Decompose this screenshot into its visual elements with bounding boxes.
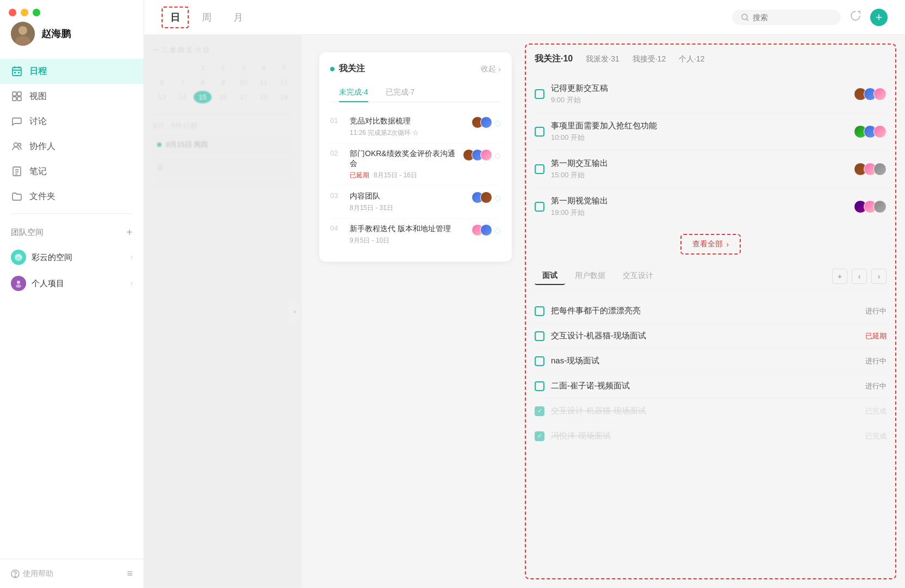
item-title-1: 部门OKR&绩效奖金评价表沟通会	[350, 149, 456, 169]
task-item-4: 交互设计-机器猫-现场面试 已完成	[535, 399, 887, 424]
watch-item-title-1: 事项里面需要加入抢红包功能	[551, 121, 847, 131]
task-checkbox-0[interactable]	[535, 306, 544, 316]
username: 赵海鹏	[41, 27, 71, 40]
focus-tab-incomplete[interactable]: 未完成·4	[330, 83, 377, 102]
task-checkbox-3[interactable]	[535, 381, 544, 391]
watch-checkbox-1[interactable]	[535, 127, 544, 137]
watch-stat-personal[interactable]: 个人·12	[679, 54, 704, 64]
maximize-button[interactable]	[33, 9, 40, 16]
watch-stats: 我关注·10 我派发·31 我接受·12 个人·12	[535, 53, 887, 65]
svg-rect-4	[14, 72, 16, 73]
refresh-icon[interactable]	[850, 10, 861, 24]
watch-stat-receive[interactable]: 我接受·12	[633, 54, 666, 64]
team-arrow-personal: ›	[131, 280, 133, 287]
help-button[interactable]: 使用帮助	[11, 569, 53, 579]
team-avatar-personal	[11, 276, 26, 291]
sidebar-item-schedule[interactable]: 日程	[0, 59, 144, 84]
item-actions-2: ◇	[472, 191, 501, 203]
watch-stat-follow[interactable]: 我关注·10	[535, 53, 573, 65]
item-title-3: 新手教程迭代 版本和地址管理	[350, 224, 465, 234]
add-project-tab-button[interactable]: +	[832, 269, 847, 284]
focus-collapse-button[interactable]: 收起 ›	[481, 64, 501, 74]
svg-point-10	[14, 143, 18, 147]
task-title-1: 交互设计-机器猫-现场面试	[551, 331, 859, 341]
task-title-0: 把每件事都干的漂漂亮亮	[551, 306, 859, 316]
item-meta-3: 9月5日 - 10日	[350, 236, 465, 245]
team-item-caiyun[interactable]: 彩云的空间 ›	[11, 244, 133, 270]
item-num-2: 03	[330, 191, 343, 200]
item-actions-1: ◇	[463, 149, 501, 161]
task-title-5: 冯悦洋-现场面试	[551, 431, 859, 441]
task-status-1: 已延期	[865, 331, 887, 341]
task-checkbox-1[interactable]	[535, 331, 544, 341]
sidebar-item-view[interactable]: 视图	[0, 84, 144, 109]
task-status-2: 进行中	[865, 356, 887, 366]
sidebar-item-discuss[interactable]: 讨论	[0, 109, 144, 134]
watch-stat-assign[interactable]: 我派发·31	[586, 54, 619, 64]
watch-item-title-2: 第一期交互输出	[551, 158, 847, 169]
sidebar-item-folder[interactable]: 文件夹	[0, 184, 144, 209]
next-project-tab-button[interactable]: ›	[871, 269, 887, 284]
prev-project-tab-button[interactable]: ‹	[852, 269, 867, 284]
wma-0-3	[873, 88, 887, 101]
search-input[interactable]	[753, 13, 823, 22]
project-tab-interview[interactable]: 面试	[535, 268, 565, 285]
search-bar[interactable]	[732, 10, 841, 25]
view-tab-month[interactable]: 月	[225, 7, 252, 28]
close-button[interactable]	[9, 9, 16, 16]
project-tab-user-data[interactable]: 用户数据	[567, 268, 613, 285]
task-checkbox-4[interactable]	[535, 406, 544, 416]
watch-checkbox-2[interactable]	[535, 164, 544, 174]
watch-item-time-0: 9:00 开始	[551, 95, 847, 105]
focus-item-0: 01 竞品对比数据梳理 11:26 完成第2次循环 ☆ ◇	[330, 111, 501, 144]
view-tab-day[interactable]: 日	[162, 7, 189, 28]
sidebar-item-notes[interactable]: 笔记	[0, 159, 144, 184]
project-tab-interaction[interactable]: 交互设计	[615, 268, 661, 285]
sidebar-item-collaborator[interactable]: 协作人	[0, 134, 144, 159]
item-num-3: 04	[330, 224, 343, 232]
wma-2-3	[873, 163, 887, 176]
add-button[interactable]: +	[870, 9, 888, 26]
view-all-label: 查看全部	[692, 239, 723, 249]
task-item-5: 冯悦洋-现场面试 已完成	[535, 424, 887, 448]
task-checkbox-2[interactable]	[535, 356, 544, 366]
view-tab-week[interactable]: 周	[193, 7, 220, 28]
watch-item-avatars-1	[854, 125, 887, 138]
focus-area: 我关注 收起 › 未完成·4 已完成·7 01 竞品对比数据梳理	[302, 35, 525, 588]
watch-checkbox-0[interactable]	[535, 89, 544, 99]
action-arrow-2[interactable]: ◇	[494, 193, 501, 203]
view-all-button[interactable]: 查看全部 ›	[680, 234, 741, 255]
task-title-3: 二面-崔子诺-视频面试	[551, 381, 859, 391]
notes-icon	[11, 165, 23, 177]
watch-item-title-0: 记得更新交互稿	[551, 83, 847, 94]
menu-icon[interactable]: ≡	[127, 568, 133, 579]
watch-items: 记得更新交互稿 9:00 开始 事项里面需要加入抢红包功能 10:00 开始	[535, 76, 887, 225]
task-checkbox-5[interactable]	[535, 431, 544, 441]
avatar-9	[480, 224, 492, 236]
collaborator-icon	[11, 140, 23, 152]
team-add-button[interactable]: +	[126, 227, 133, 238]
team-header: 团队空间 +	[11, 227, 133, 238]
item-actions-3: ◇	[472, 224, 501, 236]
help-label: 使用帮助	[23, 569, 53, 579]
minimize-button[interactable]	[21, 9, 28, 16]
team-item-personal[interactable]: 个人项目 ›	[11, 270, 133, 296]
top-bar: 日 周 月 +	[144, 0, 905, 35]
team-name-personal: 个人项目	[32, 278, 125, 289]
svg-rect-6	[13, 92, 16, 96]
wma-3-3	[873, 200, 887, 213]
svg-point-18	[742, 14, 747, 20]
folder-icon	[11, 190, 23, 202]
watch-item-1: 事项里面需要加入抢红包功能 10:00 开始	[535, 113, 887, 151]
avatar-2	[480, 116, 492, 128]
action-arrow-3[interactable]: ◇	[494, 225, 501, 236]
item-content-1: 部门OKR&绩效奖金评价表沟通会 已延期 8月15日 - 16日	[350, 149, 456, 180]
item-meta-1: 已延期 8月15日 - 16日	[350, 171, 456, 180]
task-item-0: 把每件事都干的漂漂亮亮 进行中	[535, 299, 887, 324]
watch-checkbox-3[interactable]	[535, 202, 544, 212]
action-arrow-1[interactable]: ◇	[494, 150, 501, 160]
action-arrow-0[interactable]: ◇	[494, 117, 501, 128]
focus-tab-complete[interactable]: 已完成·7	[377, 83, 424, 102]
watch-follow-count: 10	[563, 54, 573, 63]
watch-item-avatars-2	[854, 163, 887, 176]
